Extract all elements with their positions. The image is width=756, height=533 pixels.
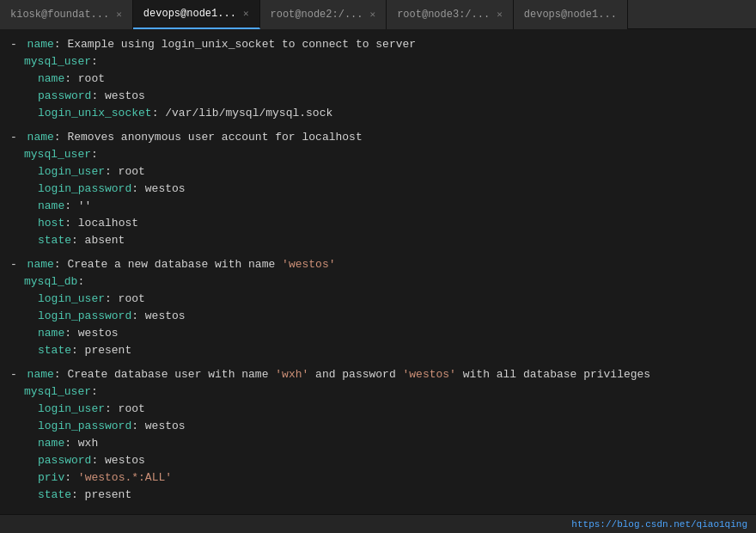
field-val: : westos [131, 308, 185, 325]
block2-name-key: name [27, 129, 54, 146]
field-sep: : root [64, 70, 105, 88]
tab-root-node2[interactable]: root@node2:/... ✕ [260, 0, 387, 29]
block4-field-name: name: wxh [10, 435, 756, 452]
block3-field-login-password: login_password: westos [10, 308, 756, 325]
field-key: state [38, 487, 71, 504]
field-key: name [38, 70, 64, 88]
field-val: : root [105, 291, 145, 308]
field-val: : present [71, 487, 131, 504]
block4-name-plain1: : Create database user with name [54, 366, 275, 383]
block2-field-login-password: login_password: westos [10, 181, 756, 198]
block3-field-name: name: westos [10, 325, 756, 342]
terminal-content[interactable]: - name: Example using login_unix_socket … [0, 29, 756, 514]
block3-name-key: name [27, 256, 54, 273]
block1-field-name: name: root [10, 70, 756, 88]
block2-subkey: mysql_user [24, 146, 91, 163]
block2-name-line: - name: Removes anonymous user account f… [10, 129, 756, 146]
block1-subkey-line: mysql_user: [10, 53, 756, 70]
block3-subkey-colon: : [77, 273, 84, 291]
tab-label: root@node3:/... [397, 9, 490, 21]
field-val: : localhost [64, 215, 138, 232]
block3: - name: Create a new database with name … [10, 256, 756, 359]
field-val: : root [105, 163, 145, 181]
tab-bar: kiosk@foundat... ✕ devops@node1... ✕ roo… [0, 0, 756, 29]
field-key: password [38, 88, 91, 105]
status-bar: https://blog.csdn.net/qiao1qing [0, 514, 756, 533]
field-key: login_user [38, 401, 105, 418]
field-key: state [38, 232, 71, 249]
block3-name-plain: : Create a new database with name [54, 256, 282, 273]
tab-label: kiosk@foundat... [10, 9, 109, 21]
field-val: : westos [131, 418, 185, 435]
block4-field-state: state: present [10, 487, 756, 504]
block4-field-login-password: login_password: westos [10, 418, 756, 435]
tab-label: devops@node1... [143, 8, 236, 20]
field-sep: : westos [91, 88, 144, 105]
field-val: : westos [64, 325, 118, 342]
field-val-quoted: 'westos.*:ALL' [78, 469, 172, 487]
block2-bullet: - [10, 129, 24, 146]
tab-close-root-node2[interactable]: ✕ [370, 9, 376, 20]
field-key: state [38, 342, 71, 359]
field-key: login_user [38, 291, 105, 308]
block4-subkey-colon: : [91, 383, 98, 401]
block4-name-mid: and password [308, 366, 402, 383]
block4: - name: Create database user with name '… [10, 366, 756, 504]
tab-root-node3[interactable]: root@node3:/... ✕ [387, 0, 514, 29]
field-sep: : /var/lib/mysql/mysql.sock [152, 105, 333, 122]
block4-name-key: name [27, 366, 54, 383]
block3-bullet: - [10, 256, 24, 273]
block1-field-password: password: westos [10, 88, 756, 105]
field-val: : present [71, 342, 131, 359]
field-sep: : [64, 469, 78, 487]
field-val: : westos [131, 181, 185, 198]
field-key: priv [38, 469, 64, 487]
field-key: name [38, 325, 64, 342]
block2-subkey-line: mysql_user: [10, 146, 756, 163]
block2-field-login-user: login_user: root [10, 163, 756, 181]
status-right: https://blog.csdn.net/qiao1qing [571, 519, 747, 530]
block1-field-socket: login_unix_socket: /var/lib/mysql/mysql.… [10, 105, 756, 122]
block4-field-password: password: westos [10, 452, 756, 469]
block4-name-end: with all database privileges [456, 366, 650, 383]
block1-name-line: - name: Example using login_unix_socket … [10, 36, 756, 53]
tab-kiosk[interactable]: kiosk@foundat... ✕ [0, 0, 133, 29]
block1-subkey-colon: : [91, 53, 98, 70]
field-key: login_unix_socket [38, 105, 152, 122]
block4-field-login-user: login_user: root [10, 401, 756, 418]
tab-devops-node1[interactable]: devops@node1... ✕ [133, 0, 260, 29]
block3-name-line: - name: Create a new database with name … [10, 256, 756, 273]
tab-label: root@node2:/... [271, 9, 363, 21]
block2-subkey-colon: : [91, 146, 98, 163]
block3-name-quoted: 'westos' [282, 256, 335, 273]
block3-field-login-user: login_user: root [10, 291, 756, 308]
block2: - name: Removes anonymous user account f… [10, 129, 756, 249]
block4-name-q1: 'wxh' [275, 366, 308, 383]
block2-field-host: host: localhost [10, 215, 756, 232]
block2-field-state: state: absent [10, 232, 756, 249]
field-key: name [38, 198, 64, 215]
block4-subkey-line: mysql_user: [10, 383, 756, 401]
field-key: name [38, 435, 64, 452]
field-val: : wxh [64, 435, 98, 452]
block4-name-line: - name: Create database user with name '… [10, 366, 756, 383]
block2-field-name: name: '' [10, 198, 756, 215]
block1-bullet: - [10, 36, 24, 53]
field-key: password [38, 452, 91, 469]
tab-close-root-node3[interactable]: ✕ [497, 9, 503, 20]
block4-field-priv: priv: 'westos.*:ALL' [10, 469, 756, 487]
block1-name-colon: : Example using login_unix_socket to con… [54, 36, 416, 53]
field-key: login_password [38, 418, 131, 435]
field-key: host [38, 215, 64, 232]
tab-close-devops-node1[interactable]: ✕ [243, 8, 249, 19]
field-key: login_password [38, 181, 131, 198]
block3-subkey-line: mysql_db: [10, 273, 756, 291]
field-key: login_password [38, 308, 131, 325]
field-val: : '' [64, 198, 91, 215]
tab-close-kiosk[interactable]: ✕ [116, 9, 122, 20]
block3-field-state: state: present [10, 342, 756, 359]
block4-name-q2: 'westos' [403, 366, 456, 383]
tab-devops-node1b[interactable]: devops@node1... [514, 0, 628, 29]
block1-name-key: name [27, 36, 54, 53]
tab-label: devops@node1... [524, 9, 617, 21]
